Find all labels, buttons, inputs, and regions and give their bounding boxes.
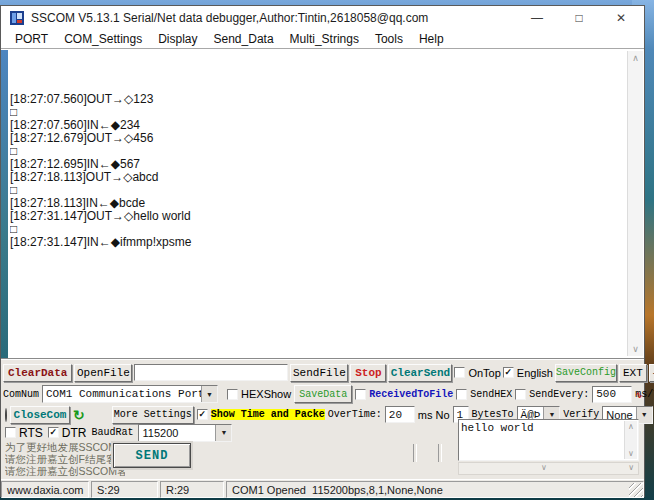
menu-bar: PORTCOM_SettingsDisplaySend_DataMulti_St… <box>1 29 644 49</box>
promo-line: 为了更好地发展SSCOM软件 <box>5 441 125 453</box>
sscom-window: SSCOM V5.13.1 Serial/Net data debugger,A… <box>0 5 645 497</box>
send-every-label: SendEvery: <box>529 389 589 400</box>
more-settings-button[interactable]: More Settings <box>112 406 194 424</box>
received-to-file-checkbox[interactable]: ReceivedToFile <box>355 389 453 400</box>
status-bar: www.daxia.com S:29 R:29 COM1 Opened 1152… <box>1 479 644 498</box>
rts-checkbox[interactable]: RTS <box>5 426 43 440</box>
scroll-up-icon[interactable]: ∧ <box>625 422 637 431</box>
send-input-text[interactable]: hello world <box>461 422 624 458</box>
ms-label: ms <box>418 409 433 421</box>
baud-rate-select[interactable]: 115200 ▼ <box>138 424 232 442</box>
receive-log-text: [18:27:07.560]OUT→◇123□[18:27:07.560]IN←… <box>10 54 626 356</box>
close-com-button[interactable]: CloseCom <box>10 406 70 424</box>
send-hex-label: SendHEX <box>470 389 512 400</box>
menu-item[interactable]: Display <box>150 32 205 46</box>
scroll-up-icon[interactable]: ∧ <box>628 53 643 63</box>
scroll-down-icon[interactable]: ∨ <box>628 344 643 354</box>
send-interval-field[interactable] <box>592 386 632 403</box>
no-label: No <box>435 409 449 421</box>
collapse-button[interactable]: — <box>649 364 654 382</box>
menu-item[interactable]: Multi_Strings <box>282 32 367 46</box>
menu-item[interactable]: PORT <box>7 32 56 46</box>
send-every-checkbox-box[interactable] <box>515 389 526 400</box>
stop-button[interactable]: Stop <box>350 364 386 382</box>
overtime-label: OverTime: <box>328 409 382 420</box>
control-panel: ClearData OpenFile SendFile Stop ClearSe… <box>1 359 644 479</box>
file-path-field[interactable] <box>134 364 288 381</box>
hex-show-checkbox-box[interactable] <box>227 389 238 400</box>
send-file-button[interactable]: SendFile <box>290 364 348 382</box>
com-port-value: COM1 Communications Port <box>43 388 201 400</box>
app-icon <box>9 10 25 26</box>
dtr-label: DTR <box>62 426 87 440</box>
baud-rate-value: 115200 <box>139 427 215 439</box>
title-bar[interactable]: SSCOM V5.13.1 Serial/Net data debugger,A… <box>1 6 644 29</box>
red-artifact: ∿ <box>634 389 643 400</box>
website-link[interactable]: www.daxia.com <box>1 481 89 498</box>
scroll-down-icon[interactable]: ∨ <box>625 449 637 458</box>
baud-rate-label: BaudRat <box>91 427 133 438</box>
rts-label: RTS <box>19 426 43 440</box>
promo-line: 请您注册嘉立创SSCOM客户 <box>5 465 125 477</box>
divider <box>413 444 417 462</box>
send-input-area[interactable]: hello world ∧ ∨ <box>458 419 639 461</box>
menu-item[interactable]: COM_Settings <box>56 32 150 46</box>
rts-checkbox-box[interactable] <box>5 427 16 438</box>
log-line: [18:27:31.147]IN←◆ifmmp!xpsme <box>10 236 626 249</box>
window-title: SSCOM V5.13.1 Serial/Net data debugger,A… <box>31 11 428 25</box>
send-hex-checkbox-box[interactable] <box>456 389 467 400</box>
hex-show-label: HEXShow <box>241 388 291 400</box>
dtr-checkbox-box[interactable]: ✓ <box>48 427 59 438</box>
show-time-checkbox-box[interactable]: ✓ <box>197 409 208 420</box>
promo-text: 为了更好地发展SSCOM软件请您注册嘉立创F结尾客户请您注册嘉立创SSCOM客户 <box>5 441 125 477</box>
clear-data-button[interactable]: ClearData <box>3 364 72 382</box>
on-top-checkbox[interactable]: OnTop <box>454 367 500 379</box>
open-file-button[interactable]: OpenFile <box>74 364 132 382</box>
english-label: English <box>517 367 553 379</box>
english-checkbox-box[interactable]: ✓ <box>503 367 514 378</box>
log-line: [18:27:18.113]OUT→◇abcd <box>10 171 626 184</box>
menu-item[interactable]: Send_Data <box>206 32 282 46</box>
ext-button[interactable]: EXT <box>619 364 647 382</box>
minimize-icon[interactable]: — <box>516 6 558 29</box>
com-status-led-icon <box>5 408 7 422</box>
log-line: [18:27:31.147]OUT→◇hello world <box>10 210 626 223</box>
overtime-field[interactable] <box>385 406 415 423</box>
divider <box>438 444 442 462</box>
dtr-checkbox[interactable]: ✓ DTR <box>48 426 87 440</box>
log-scrollbar[interactable]: ∧ ∨ <box>627 51 643 356</box>
resize-grip[interactable] <box>629 483 643 497</box>
save-config-button[interactable]: SaveConfig <box>555 364 617 382</box>
desktop-peek-strip <box>1 50 8 358</box>
close-icon[interactable]: ✕ <box>600 6 642 29</box>
log-line: [18:27:12.679]OUT→◇456 <box>10 132 626 145</box>
menu-item[interactable]: Tools <box>367 32 411 46</box>
send-button[interactable]: SEND <box>113 443 191 468</box>
clear-send-button[interactable]: ClearSend <box>388 364 452 382</box>
on-top-label: OnTop <box>468 367 500 379</box>
received-count: R:29 <box>160 481 224 498</box>
english-checkbox[interactable]: ✓ English <box>503 367 553 379</box>
save-data-button[interactable]: SaveData <box>294 385 352 403</box>
send-hex-checkbox[interactable]: SendHEX <box>456 389 512 400</box>
received-to-file-label: ReceivedToFile <box>369 389 453 400</box>
show-time-label: Show Time and Packe <box>211 409 325 420</box>
com-port-select[interactable]: COM1 Communications Port ▼ <box>42 385 218 403</box>
chevron-down-icon[interactable]: ▼ <box>215 425 231 441</box>
chevron-down-icon[interactable]: ▼ <box>201 386 217 402</box>
received-to-file-checkbox-box[interactable] <box>355 389 366 400</box>
chevron-down-icon: ∨ <box>541 463 547 472</box>
port-status-message: COM1 Opened 115200bps,8,1,None,None <box>226 481 644 498</box>
com-num-label: ComNum <box>3 389 39 400</box>
send-area-footer: ∨ ∨ <box>458 462 639 475</box>
menu-item[interactable]: Help <box>411 32 452 46</box>
receive-log-area[interactable]: [18:27:07.560]OUT→◇123□[18:27:07.560]IN←… <box>1 50 644 359</box>
refresh-ports-icon[interactable]: ↻ <box>73 408 85 422</box>
maximize-icon[interactable]: □ <box>558 6 600 29</box>
send-scrollbar[interactable]: ∧ ∨ <box>624 421 637 459</box>
hex-show-checkbox[interactable]: HEXShow <box>227 388 291 400</box>
send-every-checkbox[interactable]: SendEvery: <box>515 389 589 400</box>
on-top-checkbox-box[interactable] <box>454 367 465 378</box>
promo-line: 请您注册嘉立创F结尾客户 <box>5 453 125 465</box>
show-time-checkbox[interactable]: ✓ Show Time and Packe <box>197 409 325 420</box>
